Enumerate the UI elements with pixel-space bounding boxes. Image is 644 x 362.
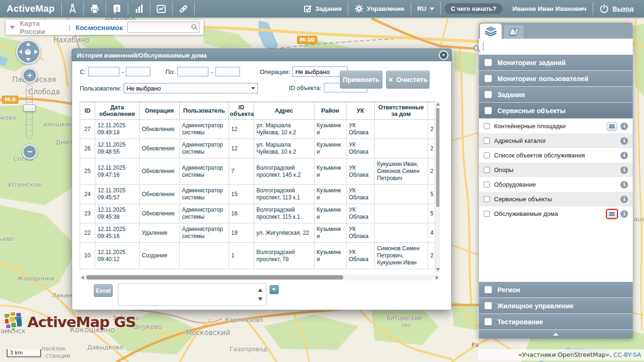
table-row[interactable]: 1012.11.2025 09:40:12Создание1Волгоградс… (80, 243, 440, 269)
vertical-scrollbar[interactable] (435, 101, 440, 272)
page-size-box[interactable] (118, 283, 266, 306)
tasks-menu-button[interactable]: Задания (297, 5, 348, 13)
scroll-up-icon[interactable] (436, 103, 440, 106)
stats-icon[interactable] (128, 0, 150, 17)
attribution-license-link[interactable]: CC-BY-SA (613, 351, 641, 358)
layer-checkbox[interactable] (484, 211, 490, 217)
vertical-scrollbar-thumb[interactable] (436, 108, 439, 207)
zoom-slider-track[interactable] (26, 85, 33, 139)
layer-search-input[interactable] (485, 44, 619, 54)
layer-item[interactable]: Оборудование (479, 177, 633, 192)
group-checkbox[interactable] (485, 302, 492, 309)
layers-tab[interactable] (480, 24, 502, 39)
zoom-in-button[interactable]: + (22, 68, 37, 83)
layer-group-row[interactable]: Регион (479, 282, 633, 298)
layer-checkbox[interactable] (484, 167, 490, 173)
group-checkbox[interactable] (485, 59, 492, 66)
group-checkbox[interactable] (485, 286, 492, 293)
close-icon[interactable] (439, 50, 448, 60)
layer-checkbox[interactable] (484, 181, 490, 188)
layer-item[interactable]: Контейнерные площадки (479, 119, 633, 133)
date-to-input[interactable] (177, 67, 208, 76)
sidebar-collapse-button[interactable] (479, 330, 633, 338)
time-to-input[interactable] (215, 67, 240, 76)
pan-up-icon[interactable] (26, 42, 31, 46)
layer-item[interactable]: Сервисные объекты (479, 192, 633, 206)
column-header[interactable]: Район (314, 102, 346, 120)
layer-item[interactable]: Опоры (479, 163, 633, 177)
horizontal-scrollbar[interactable] (80, 274, 440, 280)
scroll-down-icon[interactable] (436, 268, 440, 271)
spinner-down-icon[interactable] (258, 297, 263, 301)
layer-group-row[interactable]: Мониторинг заданий (479, 55, 633, 71)
spinner-up-icon[interactable] (258, 288, 263, 292)
layer-item[interactable]: Адресный каталог (479, 133, 633, 148)
layer-checkbox[interactable] (484, 123, 490, 129)
table-row[interactable]: 2412.11.2025 09:45:57ОбновлениеАдминистр… (80, 185, 440, 204)
basemap-collapse-icon[interactable] (9, 26, 15, 29)
layer-info-icon[interactable] (620, 181, 628, 189)
users-select[interactable]: Не выбрано (124, 83, 258, 93)
layer-checkbox[interactable] (484, 138, 490, 144)
layer-group-row[interactable]: Сервисные объекты (479, 103, 633, 119)
layer-checkbox[interactable] (484, 152, 490, 158)
share-link-icon[interactable] (173, 0, 194, 17)
zoom-out-button[interactable]: − (22, 144, 37, 159)
group-checkbox[interactable] (485, 107, 492, 114)
reports-icon[interactable] (150, 0, 172, 17)
search-icon[interactable] (191, 24, 198, 31)
basemap-option-satellite[interactable]: Космоснимок (75, 24, 123, 32)
column-header[interactable]: ID (80, 102, 95, 120)
layer-group-row[interactable]: Мониторинг пользователей (479, 71, 633, 87)
layer-info-icon[interactable] (620, 137, 628, 145)
table-row[interactable]: 2312.11.2025 09:45:38ОбновлениеАдминистр… (80, 204, 440, 223)
logout-button[interactable]: Выход (593, 4, 644, 14)
language-selector[interactable]: RU (411, 5, 441, 12)
pan-left-icon[interactable] (19, 49, 22, 54)
pan-down-icon[interactable] (26, 58, 31, 61)
table-options-dropdown-button[interactable] (270, 285, 279, 294)
clear-button[interactable]: Очистить (386, 71, 429, 89)
table-row[interactable]: 2612.11.2025 09:48:55ОбновлениеАдминистр… (80, 139, 440, 158)
group-checkbox[interactable] (485, 75, 492, 82)
column-header[interactable]: Дата обновления (95, 102, 139, 120)
pan-right-icon[interactable] (34, 49, 38, 54)
layer-info-icon[interactable] (620, 166, 628, 174)
search-icon[interactable] (473, 45, 481, 53)
column-header[interactable]: Адрес (254, 102, 314, 120)
layer-group-row[interactable]: Жилищное управление (479, 298, 633, 314)
scroll-left-icon[interactable] (81, 276, 84, 280)
layer-item[interactable]: Обслуживаемые дома (479, 206, 633, 221)
table-row[interactable]: 2712.11.2025 09:49:18ОбновлениеАдминистр… (80, 120, 440, 139)
horizontal-scrollbar-thumb[interactable] (86, 275, 343, 280)
layer-info-icon[interactable] (620, 210, 628, 218)
scroll-right-icon[interactable] (436, 276, 438, 280)
map-search-input[interactable] (129, 23, 196, 32)
group-checkbox[interactable] (485, 318, 492, 325)
layer-checkbox[interactable] (484, 196, 490, 202)
layer-item[interactable]: Список объектов обслуживания (479, 148, 633, 163)
layer-info-icon[interactable] (620, 123, 628, 130)
zoom-slider-handle[interactable] (23, 105, 36, 112)
reference-icon[interactable]: i (106, 0, 128, 17)
table-row[interactable]: 2512.11.2025 09:47:16ОбновлениеАдминистр… (80, 158, 440, 185)
layer-group-row[interactable]: Задания (479, 87, 633, 103)
layer-info-icon[interactable] (620, 196, 628, 203)
column-header[interactable]: Операция (139, 102, 179, 120)
measure-icon[interactable] (62, 0, 83, 17)
column-header[interactable]: Пользователь (180, 102, 229, 120)
column-header[interactable]: Ответственные за дом (374, 102, 428, 120)
management-menu-button[interactable]: Управление (348, 4, 411, 13)
group-checkbox[interactable] (485, 91, 492, 98)
time-from-input[interactable] (126, 67, 150, 76)
legend-tab[interactable]: ? (504, 25, 524, 39)
map-pan-control[interactable] (16, 40, 41, 64)
getting-started-button[interactable]: С чего начать? (445, 3, 502, 14)
basemap-option-map[interactable]: Карта России (20, 19, 64, 35)
column-header[interactable]: ID объекта (229, 102, 254, 120)
layer-table-icon[interactable] (607, 122, 617, 131)
table-row[interactable]: 2212.11.2025 09:45:16УдалениеАдминистрат… (80, 223, 440, 243)
user-name[interactable]: Иванов Иван Иванович (506, 5, 593, 12)
layer-group-row[interactable]: Тестирование (479, 314, 633, 330)
excel-export-button[interactable]: Excel (94, 284, 113, 297)
